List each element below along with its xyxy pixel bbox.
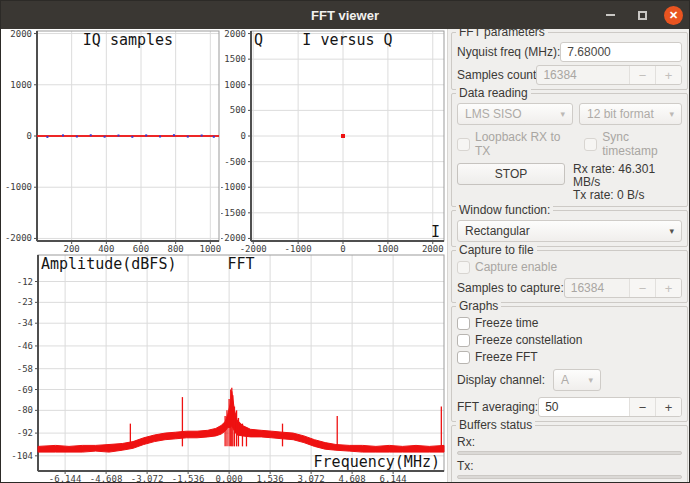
maximize-button[interactable] [632,5,652,25]
display-channel-value: A [561,373,569,387]
samples-to-capture-decrement-button: − [629,279,655,297]
svg-text:-6.144: -6.144 [49,474,82,483]
samples-to-capture-label: Samples to capture: [457,281,564,295]
window-function-select[interactable]: Rectangular ▾ [457,220,682,242]
checkbox-box [457,317,470,330]
freeze-fft-checkbox[interactable]: Freeze FFT [457,350,538,364]
svg-text:-1500: -1500 [221,208,246,218]
chevron-down-icon: ▾ [669,226,674,236]
maximize-icon [638,11,647,20]
checkbox-box [457,261,470,274]
minimize-icon [606,14,615,16]
svg-text:6.144: 6.144 [380,474,407,483]
svg-text:3.072: 3.072 [298,474,325,483]
svg-text:-2000: -2000 [5,233,32,243]
checkbox-box [457,351,470,364]
tx-rate-value: 0 B/s [617,188,644,202]
freeze-time-checkbox[interactable]: Freeze time [457,316,538,330]
svg-text:-92: -92 [17,428,33,438]
svg-text:200: 200 [64,244,80,253]
capture-group: Capture to file Capture enable Samples t… [451,250,688,303]
svg-text:-104: -104 [11,451,33,461]
rx-buffer-label: Rx: [457,435,682,449]
fft-averaging-value[interactable]: 50 [539,398,629,416]
app-window: FFT viewer ✕ 2004006008001000200010000-1… [0,0,690,483]
svg-text:Frequency(MHz): Frequency(MHz) [314,453,440,471]
svg-text:I: I [431,223,440,241]
fft-averaging-increment-button[interactable]: + [655,398,681,416]
svg-text:-2000: -2000 [240,244,267,253]
group-title: Capture to file [456,243,537,257]
window-controls: ✕ [600,1,683,29]
svg-text:2000: 2000 [10,29,32,39]
svg-text:1000: 1000 [199,244,221,253]
rx-buffer-progress [457,451,682,455]
minimize-button[interactable] [600,5,620,25]
group-title: Graphs [456,299,501,313]
close-icon: ✕ [669,9,678,22]
svg-text:IQ samples: IQ samples [83,31,173,49]
svg-text:-69: -69 [17,385,33,395]
nyquist-input[interactable]: 7.68000 [560,42,682,62]
chevron-down-icon: ▾ [560,109,565,119]
sample-format-value: 12 bit format [587,107,654,121]
svg-text:800: 800 [168,244,184,253]
device-select: LMS SISO ▾ [457,103,573,125]
svg-text:1500: 1500 [224,54,246,64]
svg-text:-1.536: -1.536 [172,474,205,483]
svg-text:0: 0 [340,244,345,253]
window-function-group: Window function: Rectangular ▾ [451,210,688,247]
svg-text:500: 500 [230,105,246,115]
svg-text:-12: -12 [17,277,33,287]
fft-parameters-group: FFT parameters Nyquist freq (MHz): 7.680… [451,32,688,90]
freeze-constellation-checkbox[interactable]: Freeze constellation [457,333,582,347]
device-select-value: LMS SISO [465,107,522,121]
loopback-label: Loopback RX to TX [475,130,572,158]
stop-button[interactable]: STOP [457,163,565,185]
graphs-group: Graphs Freeze time Freeze constellation [451,306,688,422]
titlebar[interactable]: FFT viewer ✕ [1,1,689,29]
svg-text:400: 400 [98,244,114,253]
samples-count-decrement-button: − [629,66,655,84]
buffers-status-group: Buffers status Rx: Tx: [451,425,688,483]
checkbox-box [457,138,470,151]
samples-to-capture-increment-button: + [655,279,681,297]
sync-timestamp-checkbox: Sync timestamp [584,130,682,158]
close-button[interactable]: ✕ [664,6,683,25]
samples-count-spinner: 16384 − + [536,65,682,85]
capture-enable-checkbox: Capture enable [457,260,557,274]
samples-count-value: 16384 [537,66,629,84]
svg-text:4.608: 4.608 [339,474,366,483]
freeze-constellation-label: Freeze constellation [475,333,582,347]
samples-count-label: Samples count [457,68,536,82]
svg-text:1000: 1000 [224,80,246,90]
svg-text:-80: -80 [17,405,33,415]
samples-to-capture-value: 16384 [565,279,629,297]
svg-text:-23: -23 [17,297,33,307]
freeze-time-label: Freeze time [475,316,538,330]
window-title: FFT viewer [1,8,689,23]
fft-averaging-decrement-button[interactable]: − [629,398,655,416]
iq-samples-plot: 2004006008001000200010000-1000-2000IQ sa… [1,29,221,253]
svg-text:-3.072: -3.072 [131,474,164,483]
sample-format-select: 12 bit format ▾ [579,103,682,125]
display-channel-select: A ▾ [553,369,601,391]
svg-text:0: 0 [241,131,246,141]
chevron-down-icon: ▾ [588,375,593,385]
svg-text:-58: -58 [17,364,33,374]
control-panel: FFT parameters Nyquist freq (MHz): 7.680… [447,29,690,483]
group-title: FFT parameters [456,29,548,39]
svg-text:-4.608: -4.608 [90,474,123,483]
svg-text:600: 600 [133,244,149,253]
loopback-checkbox: Loopback RX to TX [457,130,572,158]
sync-timestamp-label: Sync timestamp [602,130,682,158]
svg-text:0.000: 0.000 [216,474,243,483]
fft-averaging-spinner[interactable]: 50 − + [538,397,682,417]
svg-text:2000: 2000 [224,29,246,39]
rx-rate-label: Rx rate: [573,162,615,176]
chevron-down-icon: ▾ [669,109,674,119]
rate-readout: Rx rate: 46.301 MB/s Tx rate: 0 B/s [573,163,682,202]
samples-to-capture-spinner: 16384 − + [564,278,682,298]
svg-text:FFT: FFT [227,255,254,273]
window-function-value: Rectangular [465,224,530,238]
